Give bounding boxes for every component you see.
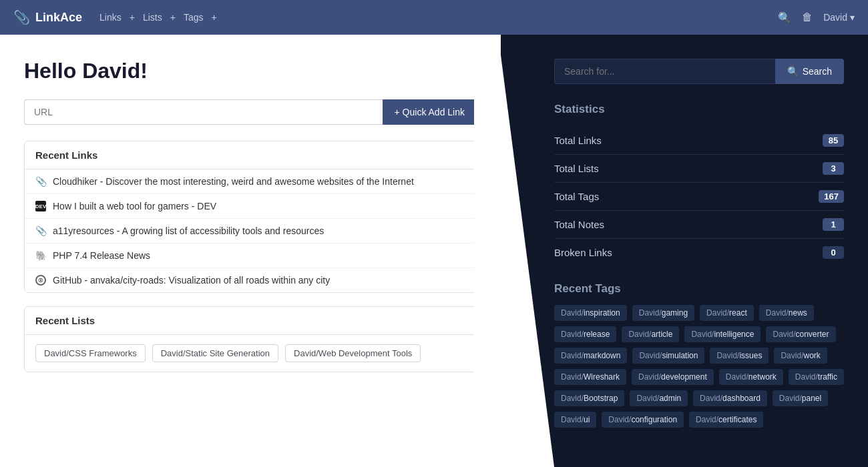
tag-chip[interactable]: David/intelligence — [684, 326, 761, 342]
stat-badge: 0 — [823, 246, 844, 259]
nav-lists-link[interactable]: Lists — [139, 9, 166, 25]
list-item[interactable]: David/Web Development Tools — [285, 344, 421, 362]
main-container: Hello David! + Quick Add Link Recent Lin… — [0, 35, 868, 467]
recent-lists-title: Recent Lists — [25, 307, 476, 335]
tag-name: ui — [584, 415, 590, 424]
stat-badge: 3 — [823, 162, 844, 175]
tag-name: markdown — [584, 351, 620, 360]
tag-chip[interactable]: David/ui — [554, 412, 596, 428]
stat-badge: 1 — [823, 218, 844, 231]
brand-name: LinkAce — [35, 11, 82, 25]
paperclip-icon: 📎 — [35, 176, 46, 187]
tag-user: David/ — [639, 308, 662, 318]
tag-chip[interactable]: David/issues — [710, 348, 769, 364]
right-panel: 🔍 Search Statistics Total Links 85 Total… — [501, 35, 868, 467]
list-item[interactable]: 🐘 PHP 7.4 Release News — [25, 244, 476, 268]
stat-label: Broken Links — [554, 247, 612, 258]
tag-chip[interactable]: David/release — [554, 326, 616, 342]
stat-row: Total Lists 3 — [554, 155, 844, 183]
tag-chip[interactable]: David/react — [700, 305, 754, 321]
stat-badge: 85 — [823, 134, 844, 147]
tag-name: development — [661, 372, 707, 382]
list-item[interactable]: DEV How I built a web tool for gamers - … — [25, 194, 476, 219]
tag-user: David/ — [561, 330, 584, 339]
tag-chip[interactable]: David/development — [632, 369, 714, 385]
tag-chip[interactable]: David/gaming — [632, 305, 694, 321]
lists-plus-icon[interactable]: + — [170, 12, 176, 23]
statistics-title: Statistics — [554, 103, 844, 116]
tag-chip[interactable]: David/article — [622, 326, 679, 342]
tag-chip[interactable]: David/converter — [766, 326, 835, 342]
tag-user: David/ — [691, 330, 714, 339]
tag-name: work — [803, 351, 820, 360]
tag-name: panel — [802, 394, 821, 403]
user-menu[interactable]: David ▾ — [823, 12, 855, 23]
tag-name: Bootstrap — [584, 394, 618, 403]
tag-user: David/ — [608, 415, 631, 424]
left-panel: Hello David! + Quick Add Link Recent Lin… — [0, 35, 501, 467]
tag-chip[interactable]: David/dashboard — [693, 390, 767, 406]
tag-user: David/ — [561, 394, 584, 403]
tag-user: David/ — [706, 308, 729, 318]
stat-label: Total Tags — [554, 191, 599, 202]
nav-links-link[interactable]: Links — [95, 9, 126, 25]
stat-row: Total Links 85 — [554, 127, 844, 155]
recent-links-title: Recent Links — [25, 141, 476, 169]
tag-user: David/ — [561, 308, 584, 318]
tag-name: intelligence — [714, 330, 754, 339]
navbar: 📎 LinkAce Links + Lists + Tags + 🔍 🗑 Dav… — [0, 0, 868, 35]
tag-user: David/ — [766, 308, 789, 318]
tag-chip[interactable]: David/network — [719, 369, 783, 385]
tag-name: configuration — [631, 415, 677, 424]
tag-chip[interactable]: David/certificates — [689, 412, 763, 428]
tag-chip[interactable]: David/Wireshark — [554, 369, 626, 385]
greeting: Hello David! — [24, 59, 477, 83]
list-item[interactable]: David/Static Site Generation — [152, 344, 278, 362]
tag-chip[interactable]: David/markdown — [554, 348, 627, 364]
list-item[interactable]: 📎 a11yresources - A growing list of acce… — [25, 219, 476, 244]
url-input[interactable] — [24, 99, 383, 125]
php-icon: 🐘 — [35, 250, 46, 261]
list-item[interactable]: 📎 Cloudhiker - Discover the most interes… — [25, 169, 476, 194]
recent-tags-title: Recent Tags — [554, 282, 844, 296]
stat-row-notes: Total Notes 1 — [554, 211, 844, 239]
tag-chip[interactable]: David/work — [774, 348, 827, 364]
tag-user: David/ — [726, 372, 748, 382]
tag-chip[interactable]: David/Bootstrap — [554, 390, 624, 406]
tag-name: issues — [739, 351, 762, 360]
trash-icon[interactable]: 🗑 — [802, 11, 813, 23]
list-item[interactable]: David/CSS Frameworks — [35, 344, 146, 362]
quick-add-button[interactable]: + Quick Add Link — [383, 99, 477, 125]
tag-user: David/ — [638, 372, 661, 382]
search-button[interactable]: 🔍 Search — [775, 59, 844, 84]
tag-name: converter — [795, 330, 829, 339]
search-input[interactable] — [554, 59, 775, 84]
nav-tags-link[interactable]: Tags — [180, 9, 208, 25]
stat-row: Total Tags 167 — [554, 183, 844, 211]
tag-chip[interactable]: David/configuration — [602, 412, 684, 428]
tag-chip[interactable]: David/traffic — [789, 369, 844, 385]
stat-label: Total Notes — [554, 219, 604, 230]
list-item[interactable]: ⦿ GitHub - anvaka/city-roads: Visualizat… — [25, 268, 476, 292]
tag-chip[interactable]: David/admin — [630, 390, 688, 406]
search-icon[interactable]: 🔍 — [778, 11, 791, 24]
tag-chip[interactable]: David/news — [759, 305, 814, 321]
tag-name: inspiration — [584, 308, 620, 318]
tag-name: react — [729, 308, 747, 318]
tag-user: David/ — [795, 372, 818, 382]
tag-user: David/ — [779, 394, 802, 403]
tag-chip[interactable]: David/panel — [773, 390, 828, 406]
links-plus-icon[interactable]: + — [130, 12, 135, 23]
tag-chip[interactable]: David/simulation — [632, 348, 704, 364]
tags-plus-icon[interactable]: + — [211, 12, 216, 23]
tag-name: admin — [659, 394, 681, 403]
brand-logo[interactable]: 📎 LinkAce — [13, 9, 82, 25]
statistics-section: Statistics Total Links 85 Total Lists 3 … — [554, 103, 844, 266]
tag-name: network — [748, 372, 777, 382]
tag-user: David/ — [628, 330, 651, 339]
tag-chip[interactable]: David/inspiration — [554, 305, 627, 321]
url-bar: + Quick Add Link — [24, 99, 477, 125]
nav-links: Links + Lists + Tags + — [95, 9, 217, 25]
stat-badge: 167 — [819, 190, 844, 203]
dev-icon: DEV — [35, 201, 46, 211]
